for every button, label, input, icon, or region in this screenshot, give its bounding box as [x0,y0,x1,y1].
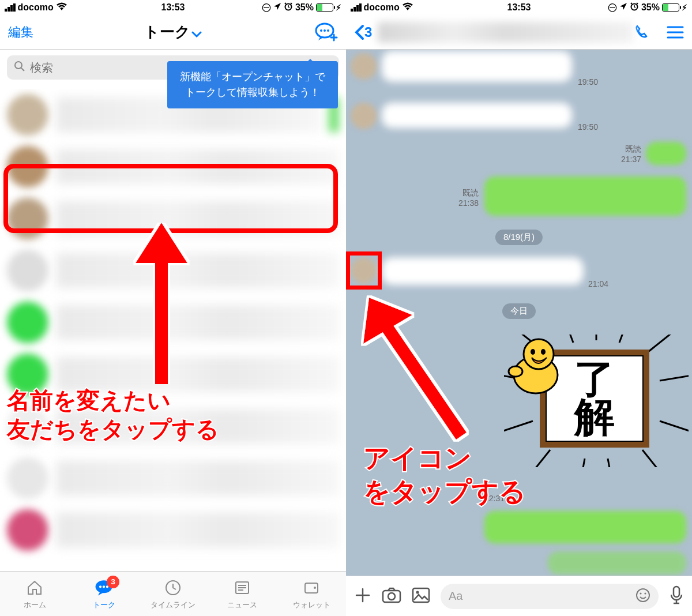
page-title: トーク [0,22,346,42]
svg-rect-22 [413,588,429,602]
message-time: 19:50 [578,77,598,87]
svg-point-21 [388,593,395,600]
avatar[interactable] [351,257,377,284]
chat-list [0,89,346,571]
message-bubble-in[interactable] [382,103,572,128]
svg-point-8 [103,585,105,588]
tab-wallet[interactable]: ウォレット [277,572,346,616]
wallet-icon [302,578,321,598]
call-icon[interactable] [633,23,652,42]
chevron-down-icon [191,24,202,42]
location-icon [273,2,281,13]
location-icon [619,2,627,13]
home-icon [25,578,44,598]
chat-row[interactable] [0,141,346,193]
date-separator: 8/19(月) [495,230,543,245]
chat-row[interactable] [0,452,346,504]
chat-row[interactable] [0,504,346,556]
message-bubble-out[interactable] [484,176,686,216]
svg-point-19 [509,366,522,377]
tab-bar: ホーム 3 トーク タイムライン ニュース ウォレット [0,571,346,616]
sticker-text: 了 [574,360,615,399]
tab-timeline[interactable]: タイムライン [138,572,208,616]
tab-news[interactable]: ニュース [208,572,277,616]
talk-icon: 3 [94,578,114,598]
charging-icon: ⚡︎ [336,3,341,12]
date-separator: 今日 [502,303,536,319]
search-field[interactable] [30,61,176,74]
new-chat-icon[interactable] [315,22,338,43]
read-label: 既読 [462,188,479,198]
annotation-arrow [352,280,479,442]
signal-icon [351,3,362,12]
svg-point-3 [324,29,326,32]
svg-point-25 [640,592,641,594]
charging-icon: ⚡︎ [682,3,687,12]
message-time: 21:37 [621,155,641,164]
chat-title-blurred [378,22,633,43]
svg-point-23 [416,591,419,594]
emoji-icon[interactable] [635,588,650,605]
annotation-caption: 名前を変えたい 友だちをタップする [7,386,219,444]
message-time: 19:50 [578,122,598,132]
message-input[interactable]: Aa [441,584,659,609]
message-bubble-out[interactable] [548,551,686,574]
tab-talk[interactable]: 3 トーク [69,572,138,616]
input-bar: Aa [346,576,692,616]
timeline-icon [163,578,183,598]
battery-icon [316,3,333,12]
read-label: 既読 [625,144,641,155]
battery-pct: 35% [295,2,314,13]
back-button[interactable]: 3 [354,24,372,40]
svg-point-7 [99,585,101,588]
svg-point-16 [524,339,554,369]
menu-icon[interactable] [667,25,684,39]
battery-icon [662,3,679,12]
signal-icon [5,3,16,12]
mic-icon[interactable] [669,585,684,607]
sticker-text: 解 [574,399,615,437]
avatar[interactable] [351,103,377,129]
edit-button[interactable]: 編集 [8,24,33,41]
message-time: 21:38 [458,198,479,208]
message-time: 21:04 [588,279,608,288]
back-count: 3 [364,24,372,40]
avatar[interactable] [351,53,377,80]
svg-point-26 [644,592,646,594]
search-icon [14,61,25,75]
openchat-tooltip[interactable]: 新機能「オープンチャット」で トークして情報収集しよう！ [167,61,338,108]
carrier-label: docomo [364,2,400,13]
image-icon[interactable] [412,587,430,606]
sticker[interactable]: 了 解 [504,335,689,467]
svg-point-24 [637,589,649,602]
message-bubble-out[interactable] [484,511,686,543]
unread-badge: 3 [107,576,119,588]
svg-point-4 [327,29,329,32]
duck-character-icon [504,335,567,398]
camera-icon[interactable] [382,587,401,606]
phone-right: docomo 13:53 ㊀ 35% ⚡︎ 3 [346,0,692,616]
svg-point-18 [541,349,546,355]
wifi-icon [402,2,413,13]
chat-row[interactable] [0,245,346,296]
status-bar: docomo 13:53 ㊀ 35% ⚡︎ [346,0,692,15]
status-bar: docomo 13:53 ㊀ 35% ⚡︎ [0,0,346,15]
carrier-label: docomo [18,2,54,13]
chat-body: 19:50 19:50 既読 21:37 既読 21:38 8/19(月) 21… [346,50,692,576]
message-bubble-out[interactable] [646,142,686,165]
svg-point-5 [15,62,22,69]
wifi-icon [56,2,67,13]
message-bubble-in[interactable] [382,51,572,82]
battery-pct: 35% [641,2,660,13]
svg-point-13 [314,587,316,589]
svg-point-17 [531,349,535,355]
svg-rect-27 [674,587,679,597]
message-bubble-in[interactable] [382,257,584,285]
alarm-icon [284,2,293,13]
plus-icon[interactable] [354,587,371,606]
orientation-lock-icon: ㊀ [608,2,617,14]
annotation-caption: アイコン をタップする [363,442,526,508]
chat-row[interactable] [0,296,346,348]
tab-home[interactable]: ホーム [0,572,69,616]
chat-row[interactable] [0,193,346,245]
